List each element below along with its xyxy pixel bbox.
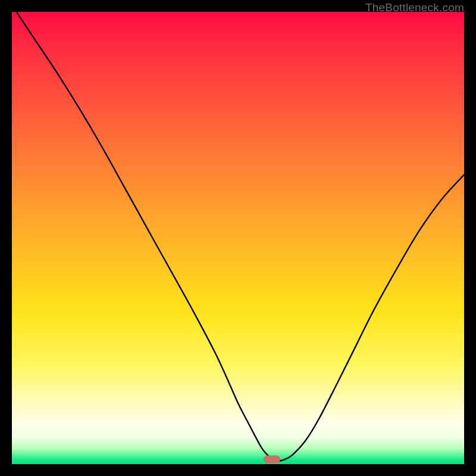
watermark-label: TheBottleneck.com (365, 1, 464, 14)
plot-area (12, 12, 464, 464)
curve-layer (12, 12, 464, 464)
bottleneck-curve (17, 12, 464, 461)
chart-frame: TheBottleneck.com (0, 0, 476, 476)
optimum-marker (264, 455, 280, 463)
